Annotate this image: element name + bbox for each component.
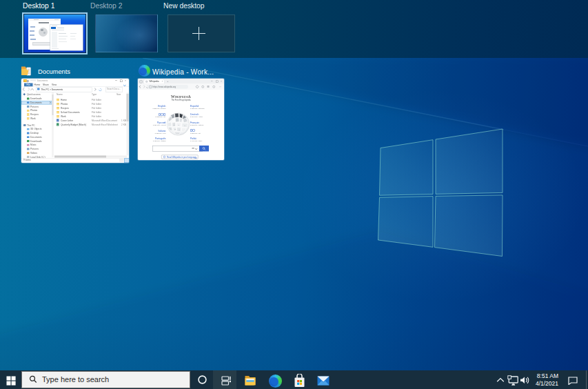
svg-text:Ω: Ω [174, 128, 176, 130]
svg-text:Д: Д [179, 129, 180, 131]
